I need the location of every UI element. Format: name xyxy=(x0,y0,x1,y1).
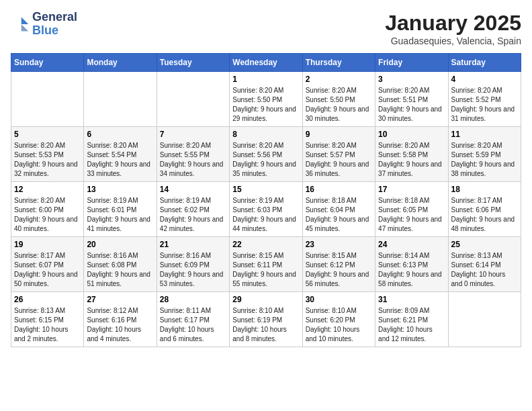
day-number: 14 xyxy=(160,185,226,194)
calendar-table: SundayMondayTuesdayWednesdayThursdayFrid… xyxy=(11,53,521,347)
calendar-cell: 10Sunrise: 8:20 AMSunset: 5:58 PMDayligh… xyxy=(375,127,448,182)
calendar-cell: 18Sunrise: 8:17 AMSunset: 6:06 PMDayligh… xyxy=(448,182,521,237)
day-info: Sunrise: 8:10 AMSunset: 6:20 PMDaylight:… xyxy=(306,306,372,344)
day-info: Sunrise: 8:20 AMSunset: 5:50 PMDaylight:… xyxy=(306,86,372,124)
day-number: 7 xyxy=(160,130,226,139)
day-info: Sunrise: 8:12 AMSunset: 6:16 PMDaylight:… xyxy=(87,306,153,344)
calendar-cell: 20Sunrise: 8:16 AMSunset: 6:08 PMDayligh… xyxy=(84,237,157,292)
day-info: Sunrise: 8:20 AMSunset: 6:00 PMDaylight:… xyxy=(14,196,81,234)
day-info: Sunrise: 8:19 AMSunset: 6:01 PMDaylight:… xyxy=(87,196,153,234)
weekday-header-sunday: Sunday xyxy=(11,54,84,72)
calendar-cell: 22Sunrise: 8:15 AMSunset: 6:11 PMDayligh… xyxy=(230,237,302,292)
day-info: Sunrise: 8:18 AMSunset: 6:04 PMDaylight:… xyxy=(306,196,372,234)
calendar-cell xyxy=(157,72,229,127)
calendar-cell: 9Sunrise: 8:20 AMSunset: 5:57 PMDaylight… xyxy=(302,127,375,182)
calendar-cell: 1Sunrise: 8:20 AMSunset: 5:50 PMDaylight… xyxy=(230,72,302,127)
weekday-header-tuesday: Tuesday xyxy=(157,54,229,72)
logo: General Blue xyxy=(11,11,77,38)
day-number: 27 xyxy=(87,295,153,304)
calendar-cell: 31Sunrise: 8:09 AMSunset: 6:21 PMDayligh… xyxy=(375,292,448,347)
calendar-cell: 28Sunrise: 8:11 AMSunset: 6:17 PMDayligh… xyxy=(157,292,229,347)
day-number: 3 xyxy=(378,75,445,84)
weekday-header-wednesday: Wednesday xyxy=(230,54,302,72)
day-info: Sunrise: 8:19 AMSunset: 6:02 PMDaylight:… xyxy=(160,196,226,234)
day-number: 24 xyxy=(378,240,445,249)
calendar-cell: 26Sunrise: 8:13 AMSunset: 6:15 PMDayligh… xyxy=(11,292,84,347)
day-info: Sunrise: 8:20 AMSunset: 5:54 PMDaylight:… xyxy=(87,141,153,179)
day-number: 13 xyxy=(87,185,153,194)
calendar-cell: 6Sunrise: 8:20 AMSunset: 5:54 PMDaylight… xyxy=(84,127,157,182)
day-number: 19 xyxy=(14,240,81,249)
weekday-header-saturday: Saturday xyxy=(448,54,521,72)
day-info: Sunrise: 8:20 AMSunset: 5:53 PMDaylight:… xyxy=(14,141,81,179)
week-row-4: 19Sunrise: 8:17 AMSunset: 6:07 PMDayligh… xyxy=(11,237,521,292)
weekday-header-monday: Monday xyxy=(84,54,157,72)
title-area: January 2025 Guadasequies, Valencia, Spa… xyxy=(385,11,521,46)
day-number: 31 xyxy=(378,295,445,304)
calendar-cell: 5Sunrise: 8:20 AMSunset: 5:53 PMDaylight… xyxy=(11,127,84,182)
day-info: Sunrise: 8:20 AMSunset: 5:55 PMDaylight:… xyxy=(160,141,226,179)
logo-blue-text: Blue xyxy=(32,24,58,37)
svg-marker-1 xyxy=(21,24,29,32)
logo-icon xyxy=(11,15,30,34)
calendar-cell: 7Sunrise: 8:20 AMSunset: 5:55 PMDaylight… xyxy=(157,127,229,182)
calendar-cell: 12Sunrise: 8:20 AMSunset: 6:00 PMDayligh… xyxy=(11,182,84,237)
week-row-2: 5Sunrise: 8:20 AMSunset: 5:53 PMDaylight… xyxy=(11,127,521,182)
day-info: Sunrise: 8:20 AMSunset: 5:52 PMDaylight:… xyxy=(451,86,518,124)
calendar-cell: 25Sunrise: 8:13 AMSunset: 6:14 PMDayligh… xyxy=(448,237,521,292)
calendar-cell: 4Sunrise: 8:20 AMSunset: 5:52 PMDaylight… xyxy=(448,72,521,127)
calendar-cell: 21Sunrise: 8:16 AMSunset: 6:09 PMDayligh… xyxy=(157,237,229,292)
day-number: 2 xyxy=(306,75,372,84)
day-info: Sunrise: 8:10 AMSunset: 6:19 PMDaylight:… xyxy=(232,306,299,344)
day-info: Sunrise: 8:16 AMSunset: 6:08 PMDaylight:… xyxy=(87,251,153,289)
day-info: Sunrise: 8:17 AMSunset: 6:06 PMDaylight:… xyxy=(451,196,518,234)
day-number: 29 xyxy=(232,295,299,304)
day-info: Sunrise: 8:14 AMSunset: 6:13 PMDaylight:… xyxy=(378,251,445,289)
day-info: Sunrise: 8:20 AMSunset: 5:57 PMDaylight:… xyxy=(306,141,372,179)
calendar-cell xyxy=(84,72,157,127)
day-info: Sunrise: 8:20 AMSunset: 5:59 PMDaylight:… xyxy=(451,141,518,179)
day-number: 1 xyxy=(232,75,299,84)
calendar-cell: 8Sunrise: 8:20 AMSunset: 5:56 PMDaylight… xyxy=(230,127,302,182)
weekday-header-friday: Friday xyxy=(375,54,448,72)
calendar-cell: 2Sunrise: 8:20 AMSunset: 5:50 PMDaylight… xyxy=(302,72,375,127)
day-info: Sunrise: 8:18 AMSunset: 6:05 PMDaylight:… xyxy=(378,196,445,234)
day-info: Sunrise: 8:20 AMSunset: 5:51 PMDaylight:… xyxy=(378,86,445,124)
calendar-cell: 17Sunrise: 8:18 AMSunset: 6:05 PMDayligh… xyxy=(375,182,448,237)
day-info: Sunrise: 8:20 AMSunset: 5:50 PMDaylight:… xyxy=(232,86,299,124)
day-number: 21 xyxy=(160,240,226,249)
week-row-5: 26Sunrise: 8:13 AMSunset: 6:15 PMDayligh… xyxy=(11,292,521,347)
calendar-cell: 30Sunrise: 8:10 AMSunset: 6:20 PMDayligh… xyxy=(302,292,375,347)
day-number: 16 xyxy=(306,185,372,194)
calendar-cell: 19Sunrise: 8:17 AMSunset: 6:07 PMDayligh… xyxy=(11,237,84,292)
day-info: Sunrise: 8:09 AMSunset: 6:21 PMDaylight:… xyxy=(378,306,445,344)
day-number: 26 xyxy=(14,295,81,304)
day-info: Sunrise: 8:11 AMSunset: 6:17 PMDaylight:… xyxy=(160,306,226,344)
day-info: Sunrise: 8:17 AMSunset: 6:07 PMDaylight:… xyxy=(14,251,81,289)
calendar-cell: 13Sunrise: 8:19 AMSunset: 6:01 PMDayligh… xyxy=(84,182,157,237)
calendar-cell: 29Sunrise: 8:10 AMSunset: 6:19 PMDayligh… xyxy=(230,292,302,347)
day-number: 12 xyxy=(14,185,81,194)
day-number: 22 xyxy=(232,240,299,249)
day-info: Sunrise: 8:13 AMSunset: 6:15 PMDaylight:… xyxy=(14,306,81,344)
day-number: 18 xyxy=(451,185,518,194)
day-number: 25 xyxy=(451,240,518,249)
day-number: 23 xyxy=(306,240,372,249)
day-number: 8 xyxy=(232,130,299,139)
calendar-cell: 24Sunrise: 8:14 AMSunset: 6:13 PMDayligh… xyxy=(375,237,448,292)
day-info: Sunrise: 8:20 AMSunset: 5:56 PMDaylight:… xyxy=(232,141,299,179)
day-number: 28 xyxy=(160,295,226,304)
page-header: General Blue January 2025 Guadasequies, … xyxy=(11,11,521,46)
day-number: 11 xyxy=(451,130,518,139)
svg-marker-0 xyxy=(21,17,29,24)
calendar-cell: 11Sunrise: 8:20 AMSunset: 5:59 PMDayligh… xyxy=(448,127,521,182)
weekday-header-row: SundayMondayTuesdayWednesdayThursdayFrid… xyxy=(11,54,521,72)
calendar-cell: 23Sunrise: 8:15 AMSunset: 6:12 PMDayligh… xyxy=(302,237,375,292)
month-title: January 2025 xyxy=(385,11,521,36)
calendar-cell: 16Sunrise: 8:18 AMSunset: 6:04 PMDayligh… xyxy=(302,182,375,237)
day-info: Sunrise: 8:15 AMSunset: 6:12 PMDaylight:… xyxy=(306,251,372,289)
day-info: Sunrise: 8:19 AMSunset: 6:03 PMDaylight:… xyxy=(232,196,299,234)
week-row-1: 1Sunrise: 8:20 AMSunset: 5:50 PMDaylight… xyxy=(11,72,521,127)
day-info: Sunrise: 8:20 AMSunset: 5:58 PMDaylight:… xyxy=(378,141,445,179)
day-info: Sunrise: 8:13 AMSunset: 6:14 PMDaylight:… xyxy=(451,251,518,289)
